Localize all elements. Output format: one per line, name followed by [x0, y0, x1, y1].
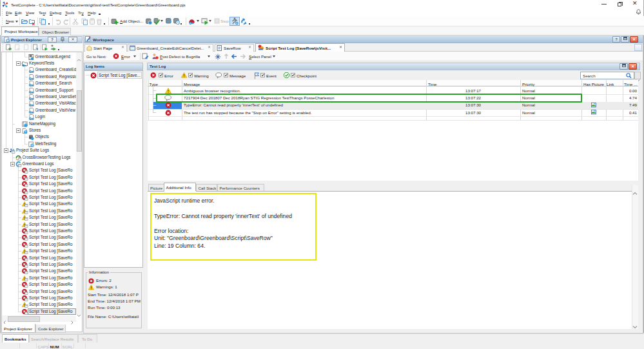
svg-text:x: x — [32, 21, 35, 26]
